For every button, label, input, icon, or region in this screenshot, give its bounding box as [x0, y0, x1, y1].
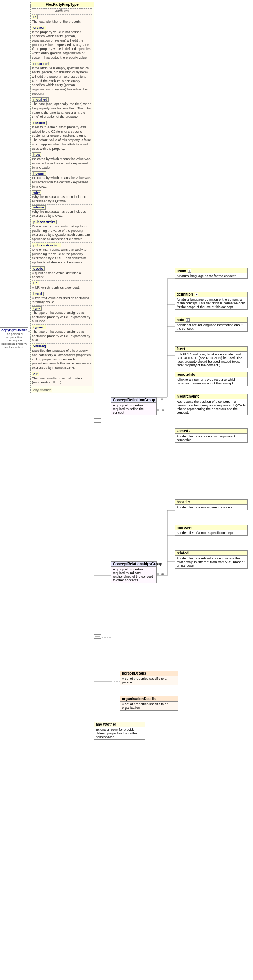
connector-left-dots2: ---- — [94, 576, 101, 580]
note-expand-icon[interactable]: + — [186, 318, 190, 322]
hierarchyinfo-box-title: hierarchyInfo — [175, 394, 247, 399]
attr-howuri-name: howuri — [32, 171, 46, 176]
remoteinfo-box: remoteInfo A link to an item or a web re… — [175, 372, 248, 386]
remoteinfo-box-title: remoteInfo — [175, 372, 247, 377]
connector-person-dots: ---- — [94, 634, 101, 638]
concept-relationships-group-desc: A group of properties required to indica… — [111, 567, 156, 583]
name-box-desc: A natural language name for the concept. — [175, 273, 247, 278]
note-box-title: note + — [175, 317, 247, 323]
organisation-details-title: organisationDetails — [120, 697, 178, 702]
any-other-label: any ##other — [32, 388, 52, 392]
definition-box-desc: A natural language definition of the sem… — [175, 297, 247, 309]
broader-box: broader An identifier of a more generic … — [175, 499, 248, 510]
attr-uri-desc: A URI which identifies a concept. — [32, 286, 92, 290]
main-box: FlexPartyPropType attributes id The loca… — [30, 2, 94, 393]
attr-typeuri-desc: The type of the concept assigned as cont… — [32, 330, 92, 342]
attr-how-name: how — [32, 152, 41, 157]
facet-box-desc: In NitF 1.8 and later, facet is deprecat… — [175, 352, 247, 368]
attr-why: why Why the metadata has been included -… — [32, 189, 92, 204]
attr-literal-desc: A free-text value assigned as controlled… — [32, 296, 92, 305]
definition-box: definition + A natural language definiti… — [175, 291, 248, 310]
attr-type-desc: The type of the concept assigned as cont… — [32, 311, 92, 324]
attr-why-desc: Why the metadata has been included - exp… — [32, 195, 92, 204]
attr-whyuri-desc: Why the metadata has been included - exp… — [32, 210, 92, 218]
attr-pubconstraint-name: pubconstraint — [32, 220, 57, 224]
attr-pubconstraint-desc: One or many constraints that apply to pu… — [32, 224, 92, 242]
attr-creator-name: creator — [32, 25, 46, 30]
person-details-desc: A set of properties specific to a person — [120, 676, 178, 685]
attr-modified-name: modified — [32, 97, 49, 102]
attr-why-name: why — [32, 190, 41, 195]
mult-right-def: 0...∞ — [157, 397, 163, 401]
attr-typeuri-name: typeuri — [32, 325, 46, 329]
attr-pubconstrainturi: pubconstrainturi One or many constraints… — [32, 242, 92, 265]
attr-id-desc: The local identifier of the property. — [32, 20, 92, 24]
attr-pubconstrainturi-desc: One or many constraints that apply to pu… — [32, 248, 92, 265]
broader-box-title: broader — [175, 500, 247, 505]
attr-pubconstrainturi-name: pubconstrainturi — [32, 243, 61, 247]
attr-dir: dir The directionality of textual conten… — [32, 371, 92, 385]
attr-typeuri: typeuri The type of the concept assigned… — [32, 325, 92, 342]
mult-right-rel: 0...∞ — [157, 572, 163, 576]
attr-id-name: id — [32, 15, 38, 19]
related-box: related An identifier of a related conce… — [175, 550, 248, 568]
sameas-box-title: sameAs — [175, 429, 247, 434]
concept-relationships-group-title: ConceptRelationshipsGroup — [111, 562, 156, 567]
narrower-box-title: narrower — [175, 525, 247, 530]
attr-uri: uri A URI which identifies a concept. — [32, 280, 92, 290]
related-box-desc: An identifier of a related concept, wher… — [175, 556, 247, 568]
remoteinfo-box-desc: A link to an item or a web resource whic… — [175, 377, 247, 386]
broader-box-desc: An identifier of a more generic concept. — [175, 505, 247, 510]
attr-howuri: howuri Indicates by which means the valu… — [32, 170, 92, 189]
name-box-title: name + — [175, 268, 247, 273]
name-expand-icon[interactable]: + — [188, 269, 191, 273]
attr-dir-desc: The directionality of textual content (e… — [32, 377, 92, 385]
concept-definition-group-box: ConceptDefinitionGroup A group of proper… — [111, 397, 157, 415]
attributes-label: attributes — [32, 9, 92, 13]
narrower-box-desc: An identifier of a more specific concept… — [175, 530, 247, 535]
attr-type: type The type of the concept assigned as… — [32, 305, 92, 324]
attr-creatoruri-name: creatoruri — [32, 62, 50, 66]
facet-box: facet In NitF 1.8 and later, facet is de… — [175, 346, 248, 368]
diagram-container: FlexPartyPropType attributes id The loca… — [0, 0, 253, 980]
attr-literal-name: literal — [32, 291, 44, 296]
concept-definition-group-desc: A group of properties required to define… — [111, 403, 156, 415]
name-box: name + A natural language name for the c… — [175, 268, 248, 279]
note-box-desc: Additional natural language information … — [175, 323, 247, 331]
attr-modified-desc: The date (and, optionally, the time) whe… — [32, 102, 92, 119]
attr-type-name: type — [32, 306, 42, 310]
attr-creator: creator If the property value is not def… — [32, 25, 92, 60]
hierarchyinfo-box-desc: Represents the position of a concept in … — [175, 399, 247, 415]
attr-whyuri: whyuri Why the metadata has been include… — [32, 204, 92, 218]
attr-creatoruri-desc: If the attribute is empty, specifies whi… — [32, 66, 92, 96]
sameas-box: sameAs An identifier of a concept with e… — [175, 428, 248, 443]
related-box-title: related — [175, 551, 247, 556]
attr-how-desc: Indicates by which means the value was e… — [32, 157, 92, 170]
attr-pubconstraint: pubconstraint One or many constraints th… — [32, 219, 92, 242]
attr-modified: modified The date (and, optionally, the … — [32, 97, 92, 119]
attr-qcode: qcode A qualified code which identifies … — [32, 266, 92, 280]
concept-definition-group-title: ConceptDefinitionGroup — [111, 398, 156, 403]
attr-uri-name: uri — [32, 281, 39, 285]
attr-xmllang: xmllang Specifies the language of this p… — [32, 343, 92, 370]
attr-xmllang-desc: Specifies the language of this property … — [32, 349, 92, 370]
organisation-details-desc: A set of properties specific to an organ… — [120, 702, 178, 710]
copyright-holder-name: copyrightHolder — [1, 328, 27, 332]
attr-whyuri-name: whyuri — [32, 205, 46, 210]
narrower-box: narrower An identifier of a more specifi… — [175, 525, 248, 536]
attr-how: how Indicates by which means the value w… — [32, 152, 92, 170]
attributes-section: attributes id The local identifier of th… — [32, 8, 92, 386]
definition-box-title: definition + — [175, 292, 247, 297]
copyright-holder-box: copyrightHolder The person or organisati… — [0, 327, 28, 350]
copyright-holder-desc: The person or organisation claiming the … — [1, 332, 27, 349]
organisation-details-box: organisationDetails A set of properties … — [120, 696, 179, 711]
attr-qcode-name: qcode — [32, 266, 45, 271]
facet-box-title: facet — [175, 347, 247, 352]
definition-expand-icon[interactable]: + — [195, 293, 198, 296]
concept-definition-mult: 0...∞ — [157, 408, 164, 412]
any-other-bottom-box: any ##other Extension point for provider… — [94, 722, 145, 740]
attr-custom-desc: If set to true the custom property was a… — [32, 126, 92, 151]
attr-qcode-desc: A qualified code which identifies a conc… — [32, 271, 92, 280]
attr-howuri-desc: Indicates by which means the value was e… — [32, 176, 92, 189]
attr-custom: custom If set to true the custom propert… — [32, 120, 92, 151]
